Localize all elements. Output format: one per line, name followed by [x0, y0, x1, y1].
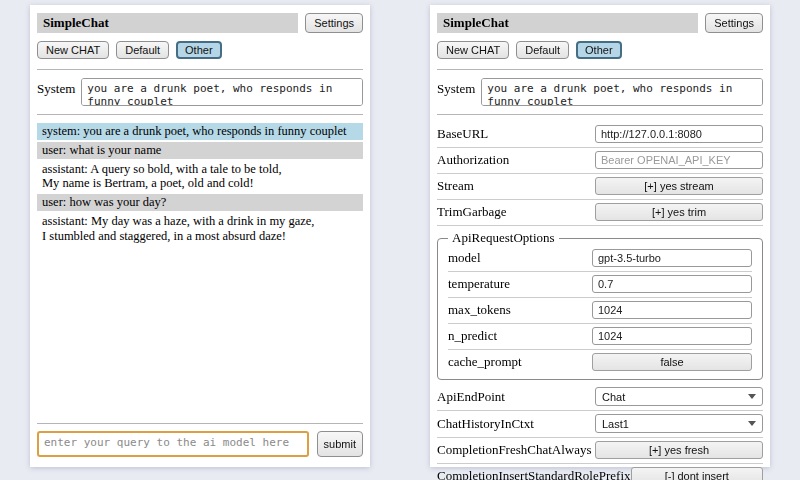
system-prompt-row: System you are a drunk poet, who respond… [37, 78, 363, 106]
completionfreshchatalways-toggle-button[interactable]: [+] yes fresh [595, 441, 763, 459]
setting-row-model: model [448, 246, 752, 272]
chat-message-system: system: you are a drunk poet, who respon… [37, 123, 363, 140]
chat-message-user: user: how was your day? [37, 194, 363, 211]
apiendpoint-select[interactable]: Chat [595, 387, 763, 406]
settings-rows-fieldset: modeltemperaturemax_tokensn_predictcache… [448, 246, 752, 375]
new-chat-button[interactable]: New CHAT [437, 41, 509, 59]
baseurl-input[interactable] [595, 125, 763, 143]
chathistoryinctxt-select[interactable]: Last1 [595, 414, 763, 433]
divider [37, 423, 363, 424]
session-button-default[interactable]: Default [516, 41, 569, 59]
n-predict-input[interactable] [592, 327, 752, 345]
setting-row-temperature: temperature [448, 272, 752, 298]
session-button-other[interactable]: Other [176, 41, 222, 59]
chevron-down-icon [748, 421, 756, 426]
settings-panel: SimpleChat Settings New CHAT Default Oth… [430, 5, 770, 467]
chat-messages: system: you are a drunk poet, who respon… [37, 123, 363, 246]
settings-rows-bottom: ApiEndPointChatChatHistoryInCtxtLast1Com… [437, 384, 763, 480]
api-request-options-fieldset: ApiRequestOptions modeltemperaturemax_to… [437, 230, 763, 380]
stream-toggle-button[interactable]: [+] yes stream [595, 177, 763, 195]
setting-label-authorization: Authorization [437, 152, 509, 168]
app-title-bar: SimpleChat Settings [37, 13, 363, 33]
setting-row-completioninsertstandardroleprefix: CompletionInsertStandardRolePrefix[-] do… [437, 464, 763, 480]
cache-prompt-toggle-button[interactable]: false [592, 353, 752, 371]
divider [437, 114, 763, 115]
chat-message-assistant: assistant: A query so bold, with a tale … [37, 161, 363, 193]
divider [37, 114, 363, 115]
session-buttons: New CHAT Default Other [437, 41, 763, 59]
select-value: Chat [602, 391, 625, 403]
setting-row-completionfreshchatalways: CompletionFreshChatAlways[+] yes fresh [437, 438, 763, 464]
setting-row-apiendpoint: ApiEndPointChat [437, 384, 763, 411]
submit-button[interactable]: submit [317, 431, 363, 457]
setting-row-n-predict: n_predict [448, 324, 752, 350]
app-title: SimpleChat [37, 13, 298, 33]
setting-row-chathistoryinctxt: ChatHistoryInCtxtLast1 [437, 411, 763, 438]
setting-label-trimgarbage: TrimGarbage [437, 204, 507, 220]
setting-label-temperature: temperature [448, 276, 510, 292]
system-prompt-input[interactable]: you are a drunk poet, who responds in fu… [481, 78, 763, 106]
setting-label-cache-prompt: cache_prompt [448, 354, 522, 370]
new-chat-button[interactable]: New CHAT [37, 41, 109, 59]
setting-row-baseurl: BaseURL [437, 122, 763, 148]
settings-rows-top: BaseURLAuthorizationStream[+] yes stream… [437, 122, 763, 226]
spacer [37, 246, 363, 418]
app-title-bar: SimpleChat Settings [437, 13, 763, 33]
setting-row-max-tokens: max_tokens [448, 298, 752, 324]
divider [437, 69, 763, 70]
session-button-default[interactable]: Default [116, 41, 169, 59]
setting-label-completionfreshchatalways: CompletionFreshChatAlways [437, 442, 592, 458]
setting-label-stream: Stream [437, 178, 474, 194]
setting-row-cache-prompt: cache_promptfalse [448, 350, 752, 375]
setting-label-n-predict: n_predict [448, 328, 497, 344]
settings-button[interactable]: Settings [305, 13, 363, 33]
system-prompt-label: System [37, 78, 75, 97]
chat-message-user: user: what is your name [37, 142, 363, 159]
query-row: submit [37, 431, 363, 457]
setting-label-completioninsertstandardroleprefix: CompletionInsertStandardRolePrefix [437, 468, 631, 480]
system-prompt-label: System [437, 78, 475, 97]
setting-label-baseurl: BaseURL [437, 126, 488, 142]
query-input[interactable] [37, 431, 309, 457]
temperature-input[interactable] [592, 275, 752, 293]
settings-list: BaseURLAuthorizationStream[+] yes stream… [437, 122, 763, 480]
model-input[interactable] [592, 249, 752, 267]
select-value: Last1 [602, 418, 629, 430]
app-title: SimpleChat [437, 13, 698, 33]
trimgarbage-toggle-button[interactable]: [+] yes trim [595, 203, 763, 221]
fieldset-legend: ApiRequestOptions [448, 230, 559, 246]
setting-label-model: model [448, 250, 481, 266]
divider [37, 69, 363, 70]
system-prompt-row: System you are a drunk poet, who respond… [437, 78, 763, 106]
chat-message-assistant: assistant: My day was a haze, with a dri… [37, 213, 363, 245]
setting-row-trimgarbage: TrimGarbage[+] yes trim [437, 200, 763, 226]
chat-panel: SimpleChat Settings New CHAT Default Oth… [30, 5, 370, 467]
session-button-other[interactable]: Other [576, 41, 622, 59]
authorization-input[interactable] [595, 151, 763, 169]
chevron-down-icon [748, 394, 756, 399]
completioninsertstandardroleprefix-toggle-button[interactable]: [-] dont insert [631, 467, 763, 480]
setting-label-max-tokens: max_tokens [448, 302, 511, 318]
settings-button[interactable]: Settings [705, 13, 763, 33]
page: SimpleChat Settings New CHAT Default Oth… [0, 0, 800, 467]
system-prompt-input[interactable]: you are a drunk poet, who responds in fu… [81, 78, 363, 106]
max-tokens-input[interactable] [592, 301, 752, 319]
setting-label-apiendpoint: ApiEndPoint [437, 389, 505, 405]
setting-row-authorization: Authorization [437, 148, 763, 174]
setting-label-chathistoryinctxt: ChatHistoryInCtxt [437, 416, 534, 432]
session-buttons: New CHAT Default Other [37, 41, 363, 59]
setting-row-stream: Stream[+] yes stream [437, 174, 763, 200]
